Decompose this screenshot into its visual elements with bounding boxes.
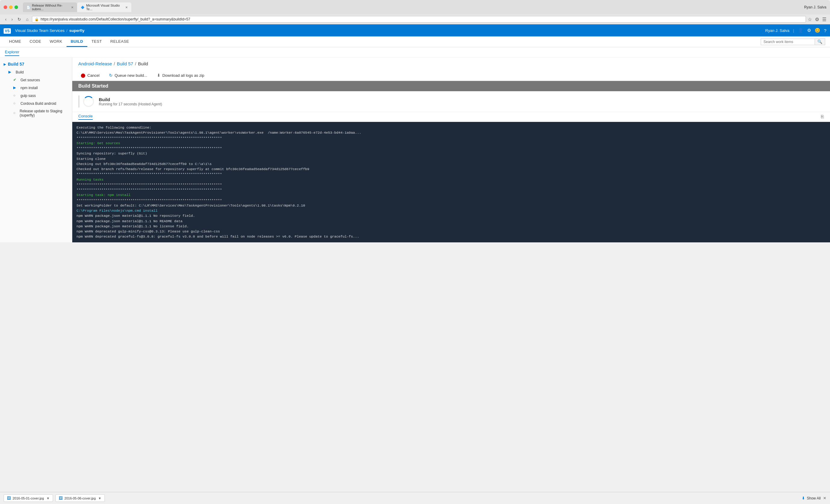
console-line-20: npm WARN deprecated gulp-minify-css@0.3.…	[76, 229, 826, 234]
vs-mainnav: HOME CODE WORK BUILD TEST RELEASE 🔍	[0, 36, 830, 47]
vs-project-name[interactable]: superfly	[69, 28, 85, 33]
bookmark-star-icon[interactable]: ☆	[808, 16, 812, 22]
maximize-window-btn[interactable]	[14, 5, 18, 9]
sidebar-step-cordova[interactable]: ○ Cordova Build android	[0, 100, 72, 107]
browser-tab-0[interactable]: 📄 Release Without Re-submi... ✕	[23, 2, 77, 12]
search-button[interactable]: 🔍	[815, 38, 825, 45]
vs-logo: VS	[4, 27, 11, 34]
vs-search: 🔍	[761, 38, 825, 45]
sidebar-step-gulp-sass-icon: ○	[13, 93, 18, 98]
tab-close-1[interactable]: ✕	[125, 6, 128, 9]
sidebar-tri-icon: ▶	[4, 63, 6, 66]
topbar-separator: /	[66, 28, 67, 33]
sidebar-build-title: Build 57	[8, 62, 24, 67]
nav-home[interactable]: HOME	[5, 37, 25, 47]
help-icon[interactable]: ?	[824, 28, 826, 33]
browser-tab-1[interactable]: 🔷 Microsoft Visual Studio Te... ✕	[77, 2, 131, 12]
back-button[interactable]: ‹	[4, 16, 8, 22]
console-line-11: ****************************************…	[76, 182, 826, 187]
sidebar-step-release[interactable]: ○ Release update to Staging (superfly)	[0, 107, 72, 119]
console-line-21: npm WARN deprecated graceful-fs@3.0.8: g…	[76, 234, 826, 239]
cancel-label: Cancel	[87, 73, 99, 78]
tab-close-0[interactable]: ✕	[71, 6, 73, 9]
sidebar-step-get-sources[interactable]: ✔ Get sources	[0, 76, 72, 84]
breadcrumb-current: Build	[138, 61, 148, 66]
sidebar-step-npm-install[interactable]: ▶ npm install	[0, 84, 72, 92]
sidebar-step-release-icon: ○	[13, 111, 17, 115]
vs-topbar-right: Ryan J. Salva | 👤 ⚙ 😊 ?	[765, 28, 826, 33]
settings-gear-icon[interactable]: ⚙	[815, 16, 819, 22]
vs-layout: ▶ Build 57 ▶ Build ✔ Get sources ▶ npm i…	[0, 58, 830, 242]
cancel-icon: ⬤	[81, 73, 86, 78]
topbar-right-sep: |	[793, 28, 794, 33]
sidebar-step-get-sources-label: Get sources	[21, 78, 40, 82]
subnav-explorer[interactable]: Explorer	[5, 48, 19, 56]
sidebar-step-gulp-sass-label: gulp sass	[21, 94, 36, 98]
sidebar-step-build-label: Build	[15, 70, 24, 74]
console-line-19: npm WARN package.json material@1.1.1 No …	[76, 224, 826, 229]
refresh-button[interactable]: ↻	[16, 16, 23, 22]
console-line-4: ****************************************…	[76, 146, 826, 151]
console-line-18: npm WARN package.json material@1.1.1 No …	[76, 219, 826, 224]
build-status-header: Build Started	[72, 81, 830, 91]
nav-build[interactable]: BUILD	[67, 37, 87, 47]
sidebar-build-header[interactable]: ▶ Build 57	[0, 60, 72, 68]
tab-icon-1: 🔷	[81, 6, 84, 9]
vs-actionbar: ⬤ Cancel ↻ Queue new build... ⬇ Download…	[72, 70, 830, 81]
console-line-0: Executing the following commandline:	[76, 125, 826, 130]
console-line-7: Checking out bfc30c36fea8ad5ea6daf734d12…	[76, 161, 826, 167]
build-info-name: Build	[99, 97, 162, 102]
vs-main: Android-Release / Build 57 / Build ⬤ Can…	[72, 58, 830, 242]
download-logs-button[interactable]: ⬇ Download all logs as zip	[155, 72, 206, 79]
console-line-17: npm WARN package.json material@1.1.1 No …	[76, 213, 826, 218]
console-line-3: Starting: Get sources	[76, 141, 826, 146]
vs-subnav: Explorer	[0, 47, 830, 58]
settings-icon[interactable]: ⚙	[807, 28, 811, 33]
console-line-9: ****************************************…	[76, 172, 826, 177]
vs-sidebar: ▶ Build 57 ▶ Build ✔ Get sources ▶ npm i…	[0, 58, 72, 242]
console-line-6: Starting clone	[76, 156, 826, 161]
queue-new-build-button[interactable]: ↻ Queue new build...	[106, 72, 149, 79]
console-line-12: ****************************************…	[76, 187, 826, 192]
copy-icon[interactable]: ⎘	[821, 114, 824, 120]
console-tab-label[interactable]: Console	[78, 114, 93, 120]
build-spinner	[83, 96, 94, 107]
sidebar-step-build[interactable]: ▶ Build	[0, 68, 72, 76]
console-line-14: ****************************************…	[76, 198, 826, 203]
minimize-window-btn[interactable]	[9, 5, 13, 9]
url-text: https://ryanjsalva.visualstudio.com/Defa…	[41, 17, 803, 21]
nav-work[interactable]: WORK	[45, 37, 67, 47]
download-label: Download all logs as zip	[162, 73, 204, 78]
nav-test[interactable]: TEST	[87, 37, 106, 47]
search-input[interactable]	[761, 38, 815, 45]
vs-username: Ryan J. Salva	[765, 28, 789, 33]
forward-button[interactable]: ›	[10, 16, 14, 22]
breadcrumb-build57[interactable]: Build 57	[117, 61, 133, 66]
console-line-10: Running tasks	[76, 177, 826, 182]
close-window-btn[interactable]	[4, 5, 7, 9]
home-button[interactable]: ⌂	[24, 16, 30, 22]
build-info: Build Running for 17 seconds (Hosted Age…	[99, 97, 162, 106]
browser-user: Ryan J. Salva	[804, 5, 826, 9]
breadcrumb-android-release[interactable]: Android-Release	[78, 61, 112, 66]
sidebar-step-gulp-sass[interactable]: ○ gulp sass	[0, 92, 72, 100]
nav-release[interactable]: RELEASE	[106, 37, 133, 47]
console-line-8: Checked out branch refs/heads/release fo…	[76, 167, 826, 172]
browser-titlebar: 📄 Release Without Re-submi... ✕ 🔷 Micros…	[0, 0, 830, 14]
console-line-13: Starting task: npm install	[76, 192, 826, 198]
url-box[interactable]: 🔒 https://ryanjsalva.visualstudio.com/De…	[32, 16, 806, 23]
breadcrumb-sep-1: /	[114, 61, 115, 66]
browser-addressbar: ‹ › ↻ ⌂ 🔒 https://ryanjsalva.visualstudi…	[0, 14, 830, 24]
menu-icon[interactable]: ☰	[822, 16, 826, 22]
cancel-button[interactable]: ⬤ Cancel	[78, 72, 102, 79]
sidebar-step-npm-install-label: npm install	[21, 86, 38, 90]
breadcrumb: Android-Release / Build 57 / Build	[72, 58, 830, 70]
window-controls[interactable]	[4, 5, 18, 9]
nav-code[interactable]: CODE	[25, 37, 45, 47]
user-profile-icon[interactable]: 👤	[798, 28, 803, 33]
breadcrumb-sep-2: /	[135, 61, 136, 66]
build-progress-bar	[78, 95, 79, 107]
console-line-16: C:\Program Files\nodejs\npm.cmd install	[76, 208, 826, 213]
vs-logo-icon: VS	[4, 28, 11, 34]
smiley-icon[interactable]: 😊	[815, 28, 820, 33]
